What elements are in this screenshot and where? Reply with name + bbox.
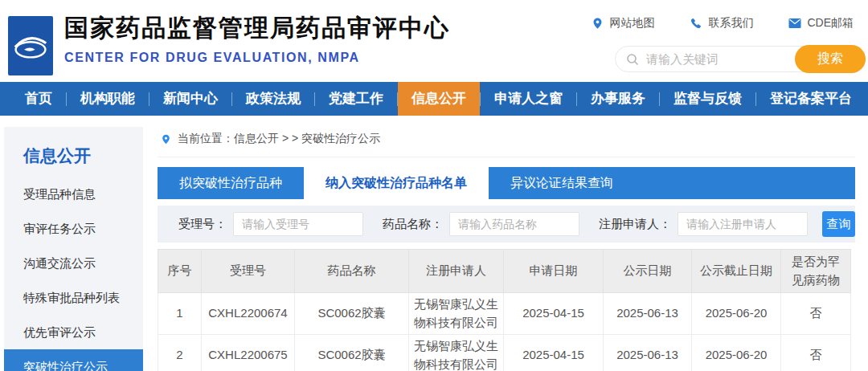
sidebar-item-3[interactable]: 沟通交流公示: [4, 246, 143, 280]
table-cell-r2-c4: 无锡智康弘义生物科技有限公司: [409, 335, 504, 371]
table-header-cell-8: 是否为罕见病药物: [781, 250, 851, 293]
table-header-cell-5: 申请日期: [504, 250, 604, 293]
sidebar-item-6[interactable]: 突破性治疗公示: [4, 349, 143, 371]
contact-link[interactable]: 联系我们: [690, 16, 753, 31]
nav-item-7[interactable]: 申请人之窗: [481, 82, 576, 116]
page: 国家药品监督管理局药品审评中心 CENTER FOR DRUG EVALUATI…: [0, 0, 868, 371]
mailbox-link[interactable]: CDE邮箱: [788, 16, 854, 31]
filter-label-1: 受理号：: [178, 217, 227, 232]
table-cell-r1-c6: 2025-06-13: [604, 293, 692, 335]
envelope-icon: [788, 18, 801, 29]
sidebar-item-4[interactable]: 特殊审批品种列表: [4, 280, 143, 315]
table-header-cell-7: 公示截止日期: [692, 250, 781, 293]
sidebar: 信息公开 受理品种信息审评任务公示沟通交流公示特殊审批品种列表优先审评公示突破性…: [4, 127, 143, 371]
filter-input-2[interactable]: [449, 212, 579, 236]
tab-2[interactable]: 纳入突破性治疗品种名单: [304, 167, 489, 199]
table-row-1: 1CXHL2200674SC0062胶囊无锡智康弘义生物科技有限公司2025-0…: [158, 293, 851, 335]
site-search-bar: 搜索: [615, 46, 866, 72]
table-cell-r2-c6: 2025-06-13: [604, 335, 692, 371]
nav-item-10[interactable]: 登记备案平台: [756, 82, 866, 116]
sitemap-link-label: 网站地图: [609, 16, 654, 31]
query-button[interactable]: 查询: [822, 211, 855, 237]
table-cell-r2-c2: CXHL2200675: [202, 335, 295, 371]
tabs: 拟突破性治疗品种纳入突破性治疗品种名单异议论证结果查询: [158, 167, 855, 199]
tab-1[interactable]: 拟突破性治疗品种: [158, 167, 304, 199]
table-cell-r2-c3: SC0062胶囊: [295, 335, 409, 371]
table-cell-r1-c3: SC0062胶囊: [295, 293, 409, 335]
results-table: 序号受理号药品名称注册申请人申请日期公示日期公示截止日期是否为罕见病药物 1CX…: [158, 249, 851, 371]
nav-item-9[interactable]: 监督与反馈: [660, 82, 755, 116]
sitemap-link[interactable]: 网站地图: [592, 16, 654, 31]
contact-link-label: 联系我们: [708, 16, 753, 31]
site-title: 国家药品监督管理局药品审评中心: [64, 12, 450, 45]
filter-input-1[interactable]: [233, 212, 363, 236]
nav-item-5[interactable]: 党建工作: [315, 82, 397, 116]
table-header-cell-6: 公示日期: [604, 250, 692, 293]
cde-logo: [8, 16, 53, 75]
table-cell-r1-c2: CXHL2200674: [202, 293, 295, 335]
site-header: 国家药品监督管理局药品审评中心 CENTER FOR DRUG EVALUATI…: [0, 0, 868, 82]
phone-icon: [690, 17, 702, 30]
nav-item-2[interactable]: 机构职能: [67, 82, 149, 116]
breadcrumb-text: 当前位置：信息公开 > > 突破性治疗公示: [178, 132, 380, 146]
filter-bar: 受理号：药品名称：注册申请人：查询: [158, 206, 855, 243]
table-header-cell-4: 注册申请人: [409, 250, 504, 293]
site-search-input[interactable]: [639, 52, 795, 66]
table-cell-r1-c7: 2025-06-20: [692, 293, 781, 335]
search-icon: [626, 53, 639, 66]
sidebar-item-5[interactable]: 优先审评公示: [4, 315, 143, 349]
table-header-cell-2: 受理号: [202, 250, 295, 293]
table-cell-r1-c1: 1: [158, 293, 202, 335]
nav-item-6[interactable]: 信息公开: [398, 82, 480, 116]
tab-3[interactable]: 异议论证结果查询: [489, 167, 635, 199]
breadcrumb: 当前位置：信息公开 > > 突破性治疗公示: [158, 127, 855, 157]
sidebar-title: 信息公开: [4, 127, 143, 177]
header-links: 网站地图 联系我们 CDE邮箱: [592, 16, 854, 31]
mailbox-link-label: CDE邮箱: [807, 16, 854, 31]
nav-item-4[interactable]: 政策法规: [232, 82, 314, 116]
sidebar-item-1[interactable]: 受理品种信息: [4, 177, 143, 211]
table-head: 序号受理号药品名称注册申请人申请日期公示日期公示截止日期是否为罕见病药物: [158, 250, 851, 293]
filter-label-2: 药品名称：: [383, 217, 443, 232]
table-cell-r2-c5: 2025-04-15: [504, 335, 604, 371]
main-content: 当前位置：信息公开 > > 突破性治疗公示 拟突破性治疗品种纳入突破性治疗品种名…: [158, 127, 855, 371]
sidebar-items: 受理品种信息审评任务公示沟通交流公示特殊审批品种列表优先审评公示突破性治疗公示: [4, 177, 143, 371]
main-nav: 首页机构职能新闻中心政策法规党建工作信息公开申请人之窗办事服务监督与反馈登记备案…: [0, 82, 868, 116]
table-cell-r1-c4: 无锡智康弘义生物科技有限公司: [409, 293, 504, 335]
table-header-cell-1: 序号: [158, 250, 202, 293]
table-row-2: 2CXHL2200675SC0062胶囊无锡智康弘义生物科技有限公司2025-0…: [158, 335, 851, 371]
site-title-block: 国家药品监督管理局药品审评中心 CENTER FOR DRUG EVALUATI…: [64, 12, 450, 65]
site-search-button[interactable]: 搜索: [795, 45, 866, 73]
filter-input-3[interactable]: [678, 212, 808, 236]
table-body: 1CXHL2200674SC0062胶囊无锡智康弘义生物科技有限公司2025-0…: [158, 293, 851, 371]
table-header-cell-3: 药品名称: [295, 250, 409, 293]
filter-label-3: 注册申请人：: [599, 217, 671, 232]
fish-swoosh-icon: [11, 25, 50, 67]
location-pin-icon: [592, 17, 604, 30]
table-cell-r1-c5: 2025-04-15: [504, 293, 604, 335]
table-cell-r2-c7: 2025-06-20: [692, 335, 781, 371]
table-cell-r2-c8: 否: [781, 335, 851, 371]
table-header-row: 序号受理号药品名称注册申请人申请日期公示日期公示截止日期是否为罕见病药物: [158, 250, 851, 293]
site-subtitle: CENTER FOR DRUG EVALUATION, NMPA: [64, 51, 450, 65]
nav-item-3[interactable]: 新闻中心: [149, 82, 231, 116]
table-cell-r2-c1: 2: [158, 335, 202, 371]
sidebar-item-2[interactable]: 审评任务公示: [4, 211, 143, 246]
table-cell-r1-c8: 否: [781, 293, 851, 335]
nav-item-1[interactable]: 首页: [11, 82, 66, 116]
breadcrumb-pin-icon: [161, 133, 171, 145]
nav-item-8[interactable]: 办事服务: [577, 82, 659, 116]
